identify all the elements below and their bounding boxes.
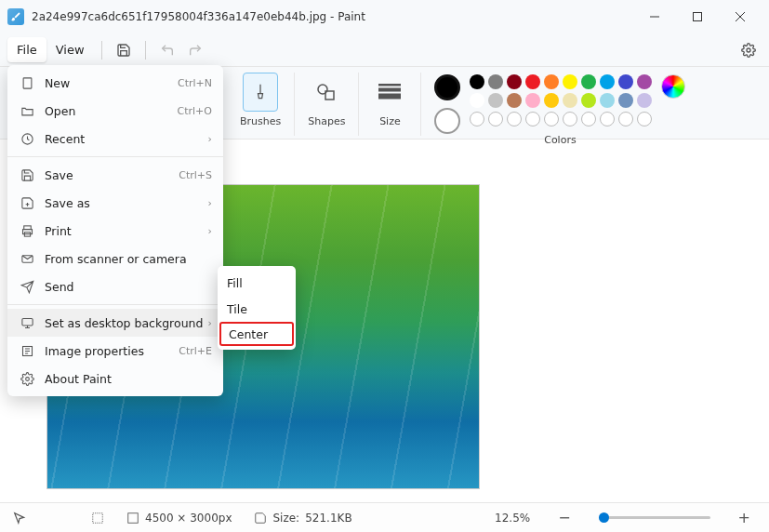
color-swatch[interactable] [563,74,577,89]
color-swatch[interactable] [525,93,540,108]
svg-point-4 [747,48,750,52]
color-swatch[interactable] [470,93,484,108]
ribbon-shapes[interactable]: Shapes [295,73,359,136]
color-swatch[interactable] [544,74,559,89]
menu-file[interactable]: File [7,37,46,62]
primary-color[interactable] [434,74,460,100]
maximize-button[interactable] [676,4,719,30]
undo-button[interactable] [153,36,181,64]
submenu-center[interactable]: Center [219,322,294,346]
save-icon [19,168,35,182]
menu-label: Image properties [45,344,179,358]
save-icon[interactable] [110,36,138,64]
zoom-slider[interactable] [599,516,710,519]
svg-rect-19 [93,512,103,523]
color-swatch-empty[interactable] [563,112,577,126]
file-menu-new[interactable]: NewCtrl+N [7,69,223,97]
color-swatch-empty[interactable] [581,112,596,126]
ribbon-colors: Colors [421,73,698,136]
svg-rect-20 [128,512,139,523]
minimize-button[interactable] [633,4,676,30]
ribbon-label: Size [379,115,401,127]
separator [7,156,223,157]
ribbon-brushes[interactable]: Brushes [227,73,295,136]
color-swatch[interactable] [507,93,522,108]
paint-app-icon [7,8,24,25]
window-controls [633,4,762,30]
color-swatch[interactable] [618,93,633,108]
new-icon [19,76,35,90]
statusbar: 4500 × 3000px Size: 521.1KB 12.5% − + [0,502,769,532]
divider [101,41,102,60]
menu-label: Send [45,280,212,294]
color-swatch[interactable] [600,74,615,89]
color-swatch-empty[interactable] [507,112,522,126]
color-swatch[interactable] [637,74,652,89]
send-icon [19,280,35,294]
color-swatch-empty[interactable] [637,112,652,126]
color-swatch[interactable] [637,93,652,108]
ribbon-size[interactable]: Size [359,73,421,136]
svg-rect-7 [378,84,401,86]
color-swatch[interactable] [470,74,484,89]
color-swatch[interactable] [507,74,522,89]
zoom-out-button[interactable]: − [552,509,576,526]
file-menu-props[interactable]: Image propertiesCtrl+E [7,337,223,365]
zoom-in-button[interactable]: + [733,509,756,526]
color-swatch[interactable] [488,74,503,89]
file-menu-print[interactable]: Print› [7,217,223,245]
color-swatch-empty[interactable] [618,112,633,126]
color-swatch[interactable] [600,93,615,108]
menu-label: About Paint [45,372,212,386]
file-menu-desktop[interactable]: Set as desktop background› [7,309,223,337]
open-icon [19,104,35,118]
color-swatch[interactable] [525,74,540,89]
file-menu-scanner[interactable]: From scanner or camera [7,245,223,273]
file-menu-save[interactable]: SaveCtrl+S [7,161,223,189]
submenu-fill[interactable]: Fill [218,270,296,296]
file-menu-open[interactable]: OpenCtrl+O [7,97,223,125]
scanner-icon [19,252,35,266]
color-swatch[interactable] [544,93,559,108]
ribbon-label: Brushes [240,115,281,127]
color-swatch-empty[interactable] [525,112,540,126]
color-swatch[interactable] [563,93,577,108]
submenu-tile[interactable]: Tile [218,296,296,322]
filesize-indicator: Size: 521.1KB [254,512,351,525]
file-menu-saveas[interactable]: Save as› [7,189,223,217]
menu-label: New [45,76,178,90]
menu-view[interactable]: View [46,37,94,62]
color-swatch[interactable] [618,74,633,89]
shortcut: Ctrl+E [179,345,212,357]
file-menu-recent[interactable]: Recent› [7,125,223,153]
settings-button[interactable] [736,37,762,63]
color-swatch-empty[interactable] [470,112,484,126]
svg-rect-9 [378,94,401,99]
secondary-color[interactable] [434,108,460,134]
color-picker-icon[interactable] [661,74,685,99]
print-icon [19,224,35,238]
chevron-right-icon: › [208,197,212,209]
about-icon [19,372,35,386]
color-swatch-empty[interactable] [600,112,615,126]
color-swatch[interactable] [581,93,596,108]
menu-label: Save as [45,196,208,210]
close-button[interactable] [719,4,762,30]
chevron-right-icon: › [208,133,212,145]
cursor-icon [13,512,26,525]
color-swatch[interactable] [488,93,503,108]
desktop-icon [19,316,35,330]
file-menu-send[interactable]: Send [7,273,223,300]
color-swatch[interactable] [581,74,596,89]
dimensions-indicator: 4500 × 3000px [126,512,232,525]
selection-indicator [91,512,104,525]
color-swatch-empty[interactable] [488,112,503,126]
color-swatch-empty[interactable] [544,112,559,126]
shortcut: Ctrl+S [179,169,212,181]
chevron-right-icon: › [208,317,212,329]
menu-label: Set as desktop background [45,316,208,330]
props-icon [19,344,35,358]
redo-button[interactable] [181,36,209,64]
file-menu: NewCtrl+NOpenCtrl+ORecent›SaveCtrl+SSave… [7,65,223,396]
file-menu-about[interactable]: About Paint [7,365,223,392]
